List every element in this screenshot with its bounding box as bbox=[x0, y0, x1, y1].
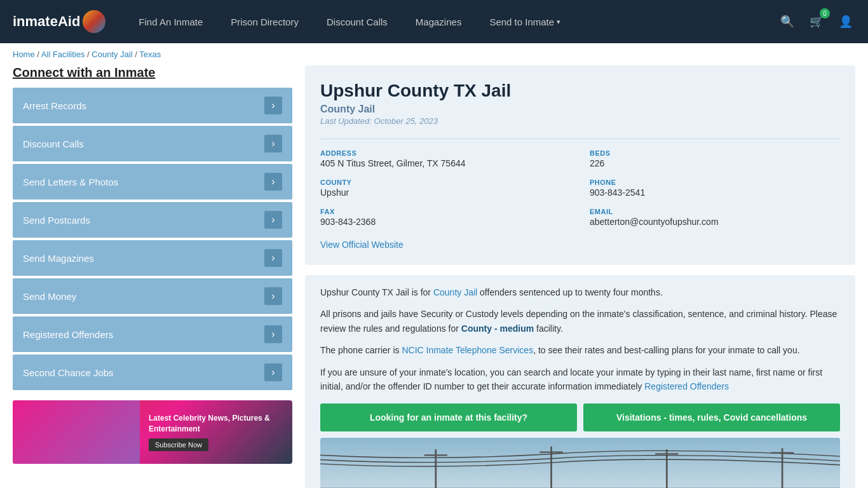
address-value: 405 N Titus Street, Gilmer, TX 75644 bbox=[320, 158, 571, 168]
view-website-link[interactable]: View Official Website bbox=[320, 240, 403, 250]
breadcrumb-home[interactable]: Home bbox=[13, 50, 35, 59]
sidebar-title: Connect with an Inmate bbox=[13, 65, 292, 80]
breadcrumb-county-jail[interactable]: County Jail bbox=[92, 50, 132, 59]
sidebar-menu: Arrest Records › Discount Calls › Send L… bbox=[13, 88, 292, 390]
sidebar-item-send-magazines[interactable]: Send Magazines › bbox=[13, 240, 292, 276]
account-button[interactable]: 👤 bbox=[836, 12, 855, 31]
address-field: ADDRESS 405 N Titus Street, Gilmer, TX 7… bbox=[320, 149, 571, 168]
arrow-icon: › bbox=[264, 135, 282, 152]
facility-photo bbox=[320, 438, 840, 488]
sidebar-item-arrest-records[interactable]: Arrest Records › bbox=[13, 88, 292, 123]
ad-text-area: Latest Celebrity News, Pictures & Entert… bbox=[140, 407, 292, 458]
nav-prison-directory[interactable]: Prison Directory bbox=[217, 0, 313, 43]
arrow-icon: › bbox=[264, 211, 282, 229]
cart-button[interactable]: 🛒 0 bbox=[807, 12, 826, 31]
sidebar-item-discount-calls[interactable]: Discount Calls › bbox=[13, 126, 292, 161]
county-value: Upshur bbox=[320, 187, 571, 198]
sidebar-item-label: Send Postcards bbox=[23, 215, 90, 226]
logo-text: inmateAid bbox=[13, 13, 80, 30]
county-medium-link[interactable]: County - medium bbox=[461, 323, 534, 334]
find-inmate-button[interactable]: Looking for an inmate at this facility? bbox=[320, 403, 577, 431]
county-field: COUNTY Upshur bbox=[320, 179, 571, 198]
sidebar-item-send-postcards[interactable]: Send Postcards › bbox=[13, 202, 292, 238]
sidebar-item-label: Registered Offenders bbox=[23, 329, 113, 340]
breadcrumb: Home / All Facilities / County Jail / Te… bbox=[0, 43, 868, 65]
logo[interactable]: inmateAid bbox=[13, 10, 105, 33]
arrow-icon: › bbox=[264, 325, 282, 343]
breadcrumb-all-facilities[interactable]: All Facilities bbox=[41, 50, 85, 59]
arrow-icon: › bbox=[264, 173, 282, 191]
detail-panel: Upshur County TX Jail County Jail Last U… bbox=[305, 65, 855, 488]
sidebar-item-send-money[interactable]: Send Money › bbox=[13, 278, 292, 314]
fax-value: 903-843-2368 bbox=[320, 217, 571, 227]
action-buttons: Looking for an inmate at this facility? … bbox=[320, 403, 840, 431]
description-para-1: Upshur County TX Jail is for County Jail… bbox=[320, 285, 840, 299]
address-label: ADDRESS bbox=[320, 149, 571, 157]
arrow-icon: › bbox=[264, 249, 282, 267]
main-content: Connect with an Inmate Arrest Records › … bbox=[0, 65, 868, 488]
advertisement: Latest Celebrity News, Pictures & Entert… bbox=[13, 400, 292, 464]
email-value: abetterton@countyofupshur.com bbox=[590, 217, 840, 227]
registered-offenders-link[interactable]: Registered Offenders bbox=[644, 381, 729, 391]
power-lines-icon bbox=[320, 438, 840, 488]
ncic-link[interactable]: NCIC Inmate Telephone Services bbox=[402, 345, 533, 355]
sidebar-item-label: Discount Calls bbox=[23, 139, 84, 149]
nav-send-to-inmate[interactable]: Send to Inmate ▾ bbox=[475, 0, 574, 43]
email-field: EMAIL abetterton@countyofupshur.com bbox=[590, 208, 840, 227]
description-para-2: All prisons and jails have Security or C… bbox=[320, 307, 840, 336]
phone-value: 903-843-2541 bbox=[590, 187, 840, 198]
description-para-4: If you are unsure of your inmate's locat… bbox=[320, 365, 840, 394]
sidebar-item-label: Second Chance Jobs bbox=[23, 367, 114, 378]
phone-field: PHONE 903-843-2541 bbox=[590, 179, 840, 198]
county-label: COUNTY bbox=[320, 179, 571, 186]
facility-card: Upshur County TX Jail County Jail Last U… bbox=[305, 65, 855, 265]
facility-name: Upshur County TX Jail bbox=[320, 81, 840, 101]
ad-image bbox=[13, 400, 140, 464]
beds-label: BEDS bbox=[590, 149, 840, 157]
beds-value: 226 bbox=[590, 158, 840, 168]
description-para-3: The phone carrier is NCIC Inmate Telepho… bbox=[320, 343, 840, 357]
top-navigation: inmateAid Find An Inmate Prison Director… bbox=[0, 0, 868, 43]
ad-title: Latest Celebrity News, Pictures & Entert… bbox=[149, 413, 283, 435]
sidebar-item-label: Arrest Records bbox=[23, 100, 86, 111]
nav-find-inmate[interactable]: Find An Inmate bbox=[125, 0, 217, 43]
sidebar-item-send-letters[interactable]: Send Letters & Photos › bbox=[13, 164, 292, 200]
nav-magazines[interactable]: Magazines bbox=[402, 0, 476, 43]
breadcrumb-texas[interactable]: Texas bbox=[139, 50, 161, 59]
facility-type: County Jail bbox=[320, 104, 840, 115]
arrow-icon: › bbox=[264, 287, 282, 305]
user-icon: 👤 bbox=[839, 15, 853, 29]
sidebar-item-registered-offenders[interactable]: Registered Offenders › bbox=[13, 316, 292, 352]
nav-links: Find An Inmate Prison Directory Discount… bbox=[125, 0, 778, 43]
sidebar-item-label: Send Money bbox=[23, 291, 76, 302]
beds-field: BEDS 226 bbox=[590, 149, 840, 168]
nav-icons: 🔍 🛒 0 👤 bbox=[778, 12, 855, 31]
sidebar-item-label: Send Letters & Photos bbox=[23, 177, 118, 187]
nav-discount-calls[interactable]: Discount Calls bbox=[313, 0, 402, 43]
dropdown-caret-icon: ▾ bbox=[557, 18, 560, 26]
sidebar: Connect with an Inmate Arrest Records › … bbox=[13, 65, 292, 488]
visitations-button[interactable]: Visitations - times, rules, Covid cancel… bbox=[583, 403, 840, 431]
phone-label: PHONE bbox=[590, 179, 840, 186]
ad-subscribe-button[interactable]: Subscribe Now bbox=[149, 438, 208, 451]
cart-badge-count: 0 bbox=[820, 8, 830, 18]
arrow-icon: › bbox=[264, 363, 282, 381]
facility-info-grid: ADDRESS 405 N Titus Street, Gilmer, TX 7… bbox=[320, 149, 840, 227]
fax-field: FAX 903-843-2368 bbox=[320, 208, 571, 227]
county-jail-link[interactable]: County Jail bbox=[433, 287, 477, 297]
sidebar-item-second-chance-jobs[interactable]: Second Chance Jobs › bbox=[13, 355, 292, 390]
facility-last-updated: Last Updated: October 25, 2023 bbox=[320, 116, 840, 126]
search-icon: 🔍 bbox=[780, 15, 794, 29]
fax-label: FAX bbox=[320, 208, 571, 215]
card-divider bbox=[320, 139, 840, 139]
description-area: Upshur County TX Jail is for County Jail… bbox=[305, 275, 855, 488]
logo-icon bbox=[83, 10, 105, 33]
arrow-icon: › bbox=[264, 97, 282, 114]
sidebar-item-label: Send Magazines bbox=[23, 253, 94, 264]
search-button[interactable]: 🔍 bbox=[778, 12, 797, 31]
email-label: EMAIL bbox=[590, 208, 840, 215]
